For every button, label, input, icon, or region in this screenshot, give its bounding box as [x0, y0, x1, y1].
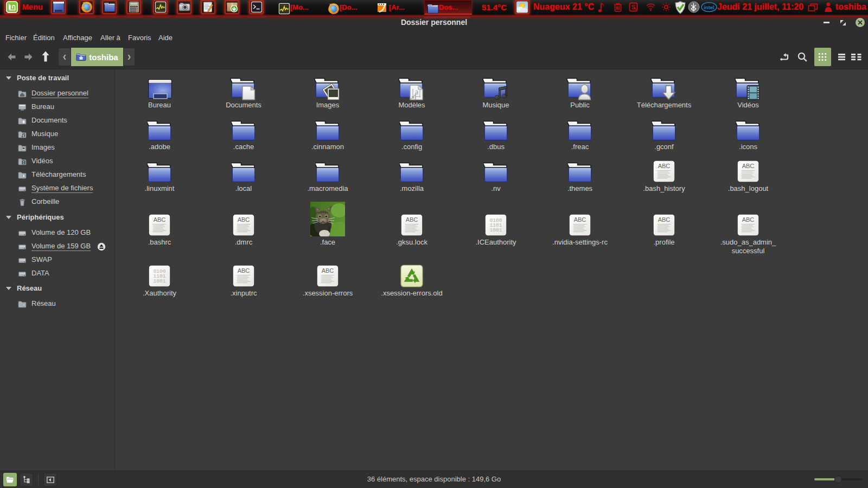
svg-text:ABC: ABC: [742, 163, 755, 169]
svg-text:ABC: ABC: [658, 163, 671, 169]
svg-text:ABC: ABC: [658, 216, 671, 223]
svg-text:ABC: ABC: [238, 216, 250, 223]
svg-text:intel: intel: [704, 4, 714, 10]
svg-text:ABC: ABC: [406, 216, 418, 223]
svg-text:1001: 1001: [154, 278, 166, 284]
svg-text:ABC: ABC: [154, 216, 166, 223]
svg-text:ABC: ABC: [322, 267, 334, 274]
svg-text:ABC: ABC: [238, 267, 250, 274]
svg-text:ABC: ABC: [742, 216, 755, 223]
svg-text:1001: 1001: [490, 227, 502, 233]
svg-text:S: S: [631, 4, 635, 10]
svg-text:ABC: ABC: [574, 216, 586, 223]
